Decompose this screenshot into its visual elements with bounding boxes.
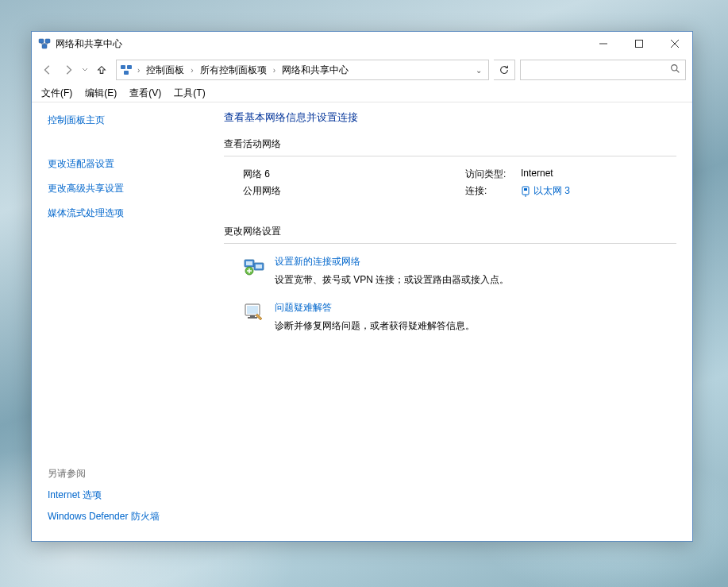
network-center-icon xyxy=(120,64,133,76)
svg-rect-13 xyxy=(524,188,527,191)
troubleshoot-icon xyxy=(243,301,265,323)
sidebar-control-panel-home[interactable]: 控制面板主页 xyxy=(48,114,105,126)
access-type-label: 访问类型: xyxy=(465,168,521,181)
up-button[interactable] xyxy=(92,60,111,79)
search-icon[interactable] xyxy=(670,64,680,76)
breadcrumb-segment[interactable]: 所有控制面板项 xyxy=(197,60,270,79)
chevron-right-icon[interactable]: › xyxy=(136,66,141,75)
chevron-right-icon[interactable]: › xyxy=(272,66,277,75)
network-type: 公用网络 xyxy=(243,184,465,198)
svg-rect-1 xyxy=(45,39,50,43)
page-title: 查看基本网络信息并设置连接 xyxy=(224,110,676,125)
svg-rect-4 xyxy=(635,41,642,48)
window-frame: 网络和共享中心 xyxy=(31,31,693,542)
active-networks-header: 查看活动网络 xyxy=(224,137,676,151)
connection-name: 以太网 3 xyxy=(533,184,570,198)
sidebar-advanced-sharing[interactable]: 更改高级共享设置 xyxy=(48,183,124,194)
sidebar-change-adapter[interactable]: 更改适配器设置 xyxy=(48,158,114,169)
chevron-down-icon[interactable]: ⌄ xyxy=(476,66,482,75)
svg-point-10 xyxy=(672,65,677,71)
access-type-value: Internet xyxy=(521,168,553,181)
svg-rect-23 xyxy=(248,317,257,319)
svg-rect-7 xyxy=(121,65,125,69)
menu-tools[interactable]: 工具(T) xyxy=(168,85,211,102)
window-title: 网络和共享中心 xyxy=(56,37,122,51)
menu-view[interactable]: 查看(V) xyxy=(123,85,168,102)
search-box[interactable] xyxy=(520,60,686,80)
breadcrumb[interactable]: › 控制面板 › 所有控制面板项 › 网络和共享中心 ⌄ xyxy=(116,60,489,80)
see-also-label: 另请参阅 xyxy=(48,467,206,481)
back-button[interactable] xyxy=(38,60,57,79)
task-description: 设置宽带、拨号或 VPN 连接；或设置路由器或接入点。 xyxy=(275,273,509,287)
close-button[interactable] xyxy=(657,32,692,56)
svg-rect-16 xyxy=(246,261,252,265)
active-network-row: 网络 6 公用网络 访问类型: Internet 连接: xyxy=(224,168,676,203)
menu-edit[interactable]: 编辑(E) xyxy=(79,85,123,102)
task-title: 问题疑难解答 xyxy=(275,301,475,315)
connection-label: 连接: xyxy=(465,184,521,199)
change-settings-header: 更改网络设置 xyxy=(224,225,676,238)
network-center-icon xyxy=(38,37,51,50)
minimize-button[interactable] xyxy=(585,32,621,56)
sidebar-internet-options[interactable]: Internet 选项 xyxy=(48,489,102,500)
menu-bar: 文件(F) 编辑(E) 查看(V) 工具(T) xyxy=(32,84,692,102)
svg-rect-21 xyxy=(247,306,258,314)
svg-rect-18 xyxy=(256,265,262,268)
window-controls xyxy=(585,32,692,56)
history-dropdown-icon[interactable] xyxy=(79,67,91,73)
menu-file[interactable]: 文件(F) xyxy=(35,85,79,102)
svg-rect-0 xyxy=(39,39,44,43)
divider xyxy=(224,156,676,156)
breadcrumb-segment[interactable]: 网络和共享中心 xyxy=(279,60,352,79)
ethernet-icon xyxy=(521,186,530,197)
sidebar: 控制面板主页 更改适配器设置 更改高级共享设置 媒体流式处理选项 另请参阅 In… xyxy=(32,102,216,541)
svg-rect-8 xyxy=(127,65,132,69)
breadcrumb-segment[interactable]: 控制面板 xyxy=(143,60,187,79)
main-content: 查看基本网络信息并设置连接 查看活动网络 网络 6 公用网络 访问类型: Int… xyxy=(216,102,692,541)
svg-rect-9 xyxy=(124,71,129,75)
svg-rect-22 xyxy=(250,315,255,317)
address-bar: › 控制面板 › 所有控制面板项 › 网络和共享中心 ⌄ xyxy=(32,56,692,84)
svg-line-11 xyxy=(676,70,679,72)
network-name: 网络 6 xyxy=(243,168,465,181)
maximize-button[interactable] xyxy=(621,32,657,56)
sidebar-media-streaming[interactable]: 媒体流式处理选项 xyxy=(48,207,124,218)
setup-connection-icon xyxy=(243,255,265,277)
refresh-button[interactable] xyxy=(494,60,515,80)
forward-button[interactable] xyxy=(59,60,78,79)
connection-link[interactable]: 以太网 3 xyxy=(521,184,570,198)
task-troubleshoot[interactable]: 问题疑难解答 诊断并修复网络问题，或者获得疑难解答信息。 xyxy=(243,301,676,333)
titlebar: 网络和共享中心 xyxy=(32,32,692,56)
chevron-right-icon[interactable]: › xyxy=(189,66,195,75)
divider xyxy=(224,243,676,244)
search-input[interactable] xyxy=(526,64,665,76)
sidebar-defender-firewall[interactable]: Windows Defender 防火墙 xyxy=(48,511,160,522)
task-description: 诊断并修复网络问题，或者获得疑难解答信息。 xyxy=(275,319,475,333)
task-setup-connection[interactable]: 设置新的连接或网络 设置宽带、拨号或 VPN 连接；或设置路由器或接入点。 xyxy=(243,255,676,287)
task-title: 设置新的连接或网络 xyxy=(275,255,509,268)
svg-rect-2 xyxy=(42,44,47,48)
